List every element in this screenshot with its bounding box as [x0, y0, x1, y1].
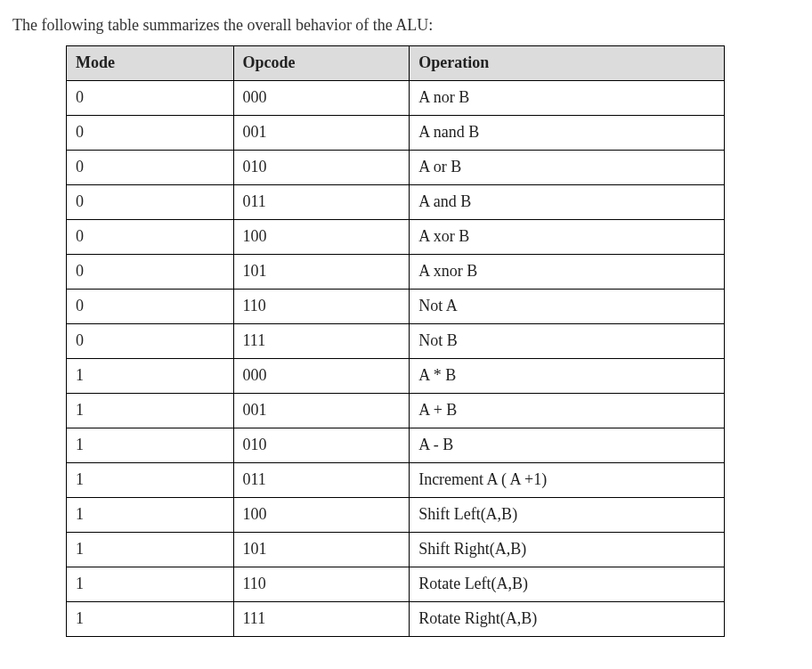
table-row: 0 101 A xnor B — [67, 255, 725, 290]
cell-mode: 0 — [67, 255, 234, 290]
table-row: 1 000 A * B — [67, 359, 725, 394]
table-row: 1 001 A + B — [67, 394, 725, 428]
cell-opcode: 000 — [233, 81, 410, 116]
cell-opcode: 011 — [233, 463, 410, 498]
table-row: 1 110 Rotate Left(A,B) — [67, 567, 725, 602]
cell-mode: 1 — [67, 567, 234, 602]
cell-operation: A xor B — [410, 220, 725, 255]
cell-operation: Not A — [410, 290, 725, 324]
cell-mode: 1 — [67, 602, 234, 637]
cell-operation: Rotate Left(A,B) — [410, 567, 725, 602]
cell-operation: A * B — [410, 359, 725, 394]
cell-operation: A + B — [410, 394, 725, 428]
cell-opcode: 001 — [233, 394, 410, 428]
cell-mode: 0 — [67, 185, 234, 220]
cell-mode: 0 — [67, 324, 234, 359]
table-row: 0 010 A or B — [67, 151, 725, 185]
intro-text: The following table summarizes the overa… — [12, 16, 800, 35]
cell-operation: A or B — [410, 151, 725, 185]
table-row: 0 111 Not B — [67, 324, 725, 359]
cell-operation: Rotate Right(A,B) — [410, 602, 725, 637]
cell-opcode: 010 — [233, 151, 410, 185]
cell-mode: 0 — [67, 220, 234, 255]
table-row: 0 001 A nand B — [67, 116, 725, 151]
cell-opcode: 000 — [233, 359, 410, 394]
alu-behavior-table: Mode Opcode Operation 0 000 A nor B 0 00… — [66, 45, 725, 637]
cell-operation: Increment A ( A +1) — [410, 463, 725, 498]
cell-mode: 0 — [67, 290, 234, 324]
cell-operation: A xnor B — [410, 255, 725, 290]
header-mode: Mode — [67, 46, 234, 81]
cell-opcode: 111 — [233, 324, 410, 359]
cell-operation: Shift Left(A,B) — [410, 498, 725, 533]
cell-operation: A and B — [410, 185, 725, 220]
cell-mode: 0 — [67, 151, 234, 185]
table-row: 1 111 Rotate Right(A,B) — [67, 602, 725, 637]
cell-operation: A nand B — [410, 116, 725, 151]
cell-opcode: 010 — [233, 428, 410, 463]
cell-mode: 1 — [67, 428, 234, 463]
cell-mode: 1 — [67, 533, 234, 567]
cell-operation: Not B — [410, 324, 725, 359]
cell-mode: 1 — [67, 463, 234, 498]
cell-mode: 1 — [67, 359, 234, 394]
cell-mode: 1 — [67, 498, 234, 533]
cell-operation: A - B — [410, 428, 725, 463]
table-row: 1 100 Shift Left(A,B) — [67, 498, 725, 533]
cell-operation: Shift Right(A,B) — [410, 533, 725, 567]
cell-opcode: 111 — [233, 602, 410, 637]
table-row: 0 110 Not A — [67, 290, 725, 324]
cell-opcode: 001 — [233, 116, 410, 151]
cell-opcode: 011 — [233, 185, 410, 220]
table-row: 0 011 A and B — [67, 185, 725, 220]
table-row: 0 100 A xor B — [67, 220, 725, 255]
cell-opcode: 101 — [233, 533, 410, 567]
header-opcode: Opcode — [233, 46, 410, 81]
cell-opcode: 100 — [233, 498, 410, 533]
table-row: 1 101 Shift Right(A,B) — [67, 533, 725, 567]
table-header-row: Mode Opcode Operation — [67, 46, 725, 81]
cell-mode: 0 — [67, 116, 234, 151]
table-row: 0 000 A nor B — [67, 81, 725, 116]
table-body: 0 000 A nor B 0 001 A nand B 0 010 A or … — [67, 81, 725, 637]
cell-opcode: 100 — [233, 220, 410, 255]
table-row: 1 010 A - B — [67, 428, 725, 463]
cell-mode: 1 — [67, 394, 234, 428]
header-operation: Operation — [410, 46, 725, 81]
cell-operation: A nor B — [410, 81, 725, 116]
table-row: 1 011 Increment A ( A +1) — [67, 463, 725, 498]
cell-mode: 0 — [67, 81, 234, 116]
cell-opcode: 101 — [233, 255, 410, 290]
cell-opcode: 110 — [233, 290, 410, 324]
cell-opcode: 110 — [233, 567, 410, 602]
